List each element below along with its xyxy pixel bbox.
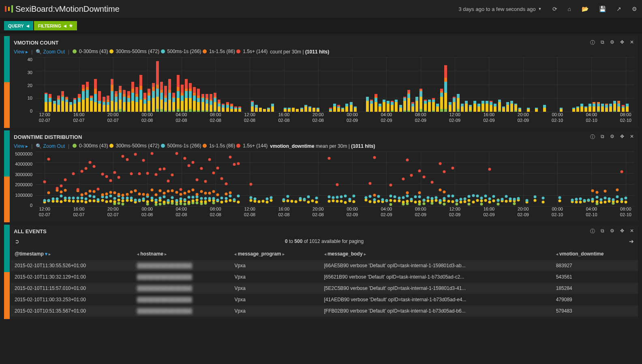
scatter-point[interactable]	[204, 200, 207, 203]
scatter-point[interactable]	[220, 177, 223, 180]
scatter-point[interactable]	[51, 198, 54, 200]
scatter-point[interactable]	[154, 203, 157, 206]
scatter-point[interactable]	[559, 196, 561, 199]
scatter-point[interactable]	[599, 198, 602, 201]
save-icon[interactable]: 💾	[599, 6, 606, 12]
scatter-point[interactable]	[414, 196, 417, 198]
scatter-point[interactable]	[134, 189, 137, 192]
bar[interactable]	[197, 89, 200, 112]
scatter-point[interactable]	[303, 198, 306, 201]
bar[interactable]	[214, 93, 216, 112]
scatter-point[interactable]	[80, 200, 83, 202]
bar[interactable]	[457, 94, 460, 112]
bar[interactable]	[172, 93, 175, 112]
bar[interactable]	[329, 108, 332, 112]
scatter-point[interactable]	[183, 198, 186, 201]
scatter-point[interactable]	[608, 198, 611, 200]
scatter-point[interactable]	[587, 199, 590, 202]
bar[interactable]	[469, 105, 472, 112]
scatter-point[interactable]	[113, 192, 116, 194]
scatter-point[interactable]	[340, 195, 343, 198]
bar[interactable]	[580, 104, 583, 112]
scatter-point[interactable]	[105, 193, 108, 196]
bar[interactable]	[473, 101, 476, 112]
gear-icon[interactable]: ⚙	[632, 6, 637, 12]
bar[interactable]	[218, 100, 220, 112]
scatter-point[interactable]	[171, 196, 174, 199]
scatter-point[interactable]	[534, 195, 537, 198]
bar[interactable]	[626, 104, 629, 112]
scatter-point[interactable]	[68, 196, 71, 199]
scatter-point[interactable]	[389, 203, 392, 206]
bar[interactable]	[82, 85, 85, 112]
bar[interactable]	[424, 100, 427, 112]
scatter-point[interactable]	[348, 198, 351, 200]
scatter-point[interactable]	[208, 197, 211, 200]
bar[interactable]	[98, 91, 101, 112]
refresh-icon[interactable]: ⟳	[552, 6, 557, 12]
bar[interactable]	[234, 106, 237, 112]
scatter-point[interactable]	[542, 200, 545, 203]
next-page-icon[interactable]: ➔	[629, 238, 634, 245]
bar[interactable]	[292, 108, 295, 112]
bar[interactable]	[308, 106, 311, 112]
bar[interactable]	[494, 104, 496, 112]
share-icon[interactable]: ↗	[616, 6, 621, 12]
scatter-point[interactable]	[43, 199, 46, 202]
scatter-point[interactable]	[579, 201, 582, 204]
scatter-point[interactable]	[414, 200, 417, 203]
scatter-point[interactable]	[299, 197, 302, 200]
scatter-point[interactable]	[480, 202, 483, 205]
scatter-point[interactable]	[291, 200, 293, 202]
bar[interactable]	[432, 98, 435, 112]
scatter-point[interactable]	[418, 196, 421, 198]
scatter-point[interactable]	[76, 196, 79, 199]
bar[interactable]	[205, 94, 208, 112]
bar[interactable]	[115, 91, 118, 112]
scatter-point[interactable]	[253, 200, 256, 202]
scatter-point[interactable]	[381, 198, 384, 201]
scatter-point[interactable]	[575, 200, 578, 203]
scatter-point[interactable]	[130, 172, 133, 175]
bar[interactable]	[160, 82, 163, 112]
bar[interactable]	[543, 105, 546, 112]
scatter-point[interactable]	[287, 195, 289, 198]
scatter-point[interactable]	[595, 196, 598, 199]
scatter-point[interactable]	[105, 196, 108, 199]
scatter-point[interactable]	[146, 200, 149, 203]
scatter-point[interactable]	[468, 195, 471, 198]
scatter-point[interactable]	[200, 190, 203, 193]
copy-icon[interactable]: ⧉	[601, 134, 604, 140]
scatter-point[interactable]	[89, 195, 92, 198]
scatter-point[interactable]	[122, 197, 124, 200]
scatter-point[interactable]	[163, 168, 166, 170]
scatter-point[interactable]	[225, 192, 227, 195]
scatter-point[interactable]	[154, 194, 157, 196]
bar[interactable]	[576, 106, 579, 112]
scatter-point[interactable]	[484, 195, 487, 198]
bar[interactable]	[333, 104, 336, 112]
scatter-point[interactable]	[64, 178, 67, 181]
scatter-point[interactable]	[435, 199, 438, 202]
bar[interactable]	[185, 79, 188, 112]
bar[interactable]	[461, 104, 464, 112]
scatter-point[interactable]	[418, 170, 421, 172]
scatter-point[interactable]	[373, 194, 376, 196]
scatter-point[interactable]	[624, 196, 627, 199]
scatter-point[interactable]	[505, 200, 507, 202]
bar[interactable]	[304, 105, 307, 112]
scatter-point[interactable]	[257, 200, 260, 203]
bar[interactable]	[45, 93, 47, 112]
bar[interactable]	[391, 101, 394, 112]
scatter-point[interactable]	[89, 190, 92, 193]
scatter-point[interactable]	[158, 168, 161, 171]
scatter-point[interactable]	[406, 159, 409, 162]
scatter-point[interactable]	[336, 183, 339, 186]
bar[interactable]	[49, 94, 51, 112]
scatter-point[interactable]	[509, 198, 512, 200]
scatter-point[interactable]	[439, 199, 442, 202]
scatter-point[interactable]	[559, 200, 561, 202]
bar[interactable]	[588, 104, 591, 112]
scatter-point[interactable]	[492, 195, 495, 198]
scatter-point[interactable]	[394, 195, 396, 198]
